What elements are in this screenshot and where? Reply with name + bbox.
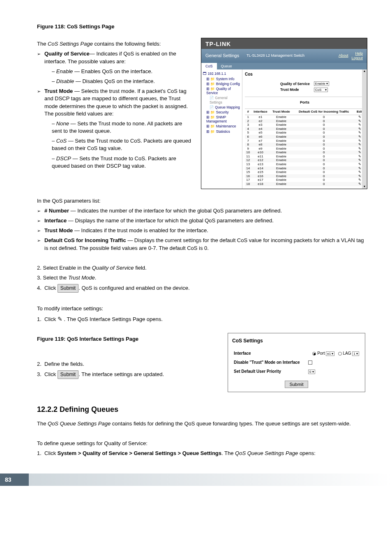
settings-submit-button[interactable]: Submit <box>285 381 308 388</box>
table-cell: Enable <box>270 115 293 119</box>
table-cell: 13 <box>245 162 251 166</box>
tree-item[interactable]: ⊞ 📁 Quality of Service <box>203 86 240 95</box>
param-item: Trust Mode — Indicates if the trust mode… <box>37 227 367 234</box>
table-cell: 18 <box>245 182 251 186</box>
table-cell: e17 <box>251 178 270 182</box>
tree-item[interactable]: ⊞ 📁 Statistics <box>203 129 240 134</box>
table-cell: e12 <box>251 158 270 162</box>
page-footer: 83 <box>0 474 392 486</box>
tree-item[interactable]: 📄 Queue Mapping <box>203 105 240 110</box>
table-cell: 14 <box>245 166 251 171</box>
param-item: Interface — Displays the name of the int… <box>37 217 367 224</box>
table-cell: 0 <box>293 115 355 119</box>
lag-select[interactable]: 1 ▾ <box>352 351 359 356</box>
section-1222-heading: 12.2.2 Defining Queues <box>37 404 367 415</box>
table-cell: e1 <box>251 115 270 119</box>
ports-header-cell: Trust Mode <box>270 109 293 115</box>
table-cell: Enable <box>270 150 293 155</box>
table-cell: e14 <box>251 166 270 171</box>
table-cell: 0 <box>293 131 355 135</box>
table-cell: Enable <box>270 178 293 182</box>
table-cell: 0 <box>293 158 355 162</box>
lag-radio[interactable] <box>338 352 342 356</box>
help-link[interactable]: Help <box>351 51 363 56</box>
sub-item: – CoS — Sets the Trust mode to CoS. Pack… <box>52 137 194 152</box>
table-cell: 15 <box>245 170 251 174</box>
trust-select[interactable]: CoS ▾ <box>314 88 328 92</box>
pencil-icon[interactable] <box>58 316 62 322</box>
param-item: # Number — Indicates the number of the i… <box>37 207 367 215</box>
app-logo: TP-LINK <box>205 41 231 47</box>
table-cell: 10 <box>245 150 251 155</box>
disable-trust-checkbox[interactable] <box>308 360 312 365</box>
submit-button-inline-2[interactable]: Submit <box>58 370 78 379</box>
table-cell: 16 <box>245 174 251 178</box>
qos-label: Quality of Service <box>279 81 311 86</box>
table-row: 11e11Enable0✎ <box>245 155 364 159</box>
table-row: 3e3Enable0✎ <box>245 123 364 127</box>
port-radio[interactable] <box>312 352 316 356</box>
header-model: TL-SL3428 L2 Management Switch <box>247 53 339 58</box>
table-row: 16e16Enable0✎ <box>245 174 364 178</box>
tab-cos[interactable]: CoS <box>201 63 217 70</box>
table-cell: Enable <box>270 155 293 159</box>
trust-label: Trust Mode <box>279 87 311 92</box>
table-cell: 0 <box>293 182 355 186</box>
tree-item[interactable]: ⊞ 📁 SNMP Management <box>203 115 240 124</box>
submit-button-inline[interactable]: Submit <box>58 284 78 293</box>
table-cell: 0 <box>293 143 355 147</box>
intro-prefix: The <box>37 41 48 47</box>
sub-item: – Enable — Enables QoS on the interface. <box>52 68 194 75</box>
logout-link[interactable]: Logout <box>351 56 363 60</box>
table-cell: Enable <box>270 170 293 174</box>
modify-step1: 1. Click . The QoS Interface Settings Pa… <box>37 315 367 323</box>
scrollbar[interactable] <box>362 69 367 188</box>
table-cell: 0 <box>293 166 355 171</box>
tree-item[interactable]: 📄 General Settings <box>203 95 240 104</box>
table-cell: Enable <box>270 131 293 135</box>
lag-label: LAG <box>343 351 351 356</box>
tree-item[interactable]: ⊞ 📁 Bridging Config <box>203 81 240 86</box>
table-cell: e13 <box>251 162 270 166</box>
tree-item[interactable]: ⊞ 📁 Maintenance <box>203 124 240 129</box>
nav-tree[interactable]: 🗔 192.168.1.1 ⊞ 📁 System Info⊞ 📁 Bridgin… <box>201 69 242 188</box>
table-row: 9e9Enable0✎ <box>245 147 364 151</box>
table-cell: e4 <box>251 127 270 131</box>
settings-interface-label: Interface <box>233 349 307 358</box>
table-cell: e3 <box>251 123 270 127</box>
tree-item[interactable]: ⊞ 📁 System Info <box>203 76 240 81</box>
tree-root[interactable]: 🗔 192.168.1.1 <box>203 71 240 76</box>
bullet-item: Trust Mode — Selects the trust mode. If … <box>37 88 194 170</box>
qos-select[interactable]: Enable ▾ <box>314 81 329 86</box>
table-cell: Enable <box>270 123 293 127</box>
table-cell: 0 <box>293 127 355 131</box>
table-cell: Enable <box>270 119 293 123</box>
fig118-intro: The CoS Settings Page contains the follo… <box>37 40 194 48</box>
table-cell: 0 <box>293 139 355 143</box>
table-cell: 11 <box>245 155 251 159</box>
intro-em: CoS Settings Page <box>48 41 93 47</box>
table-cell: 0 <box>293 135 355 139</box>
table-cell: 0 <box>293 155 355 159</box>
table-cell: 17 <box>245 178 251 182</box>
ports-header-cell: Interface <box>251 109 270 115</box>
table-cell: Enable <box>270 127 293 131</box>
table-cell: e2 <box>251 119 270 123</box>
table-row: 18e18Enable0✎ <box>245 182 364 186</box>
tree-item[interactable]: ⊞ 📁 Security <box>203 110 240 115</box>
table-row: 13e13Enable0✎ <box>245 162 364 166</box>
table-cell: e5 <box>251 131 270 135</box>
port-select[interactable]: e1 ▾ <box>326 351 334 356</box>
app-window: TP-LINK General Settings TL-SL3428 L2 Ma… <box>201 38 367 189</box>
table-cell: Enable <box>270 158 293 162</box>
table-cell: 0 <box>293 170 355 174</box>
table-cell: 4 <box>245 127 251 131</box>
tab-queue[interactable]: Queue <box>217 63 236 70</box>
table-cell: Enable <box>270 166 293 171</box>
table-cell: 1 <box>245 115 251 119</box>
priority-select[interactable]: 0 ▾ <box>308 370 315 374</box>
about-link[interactable]: About <box>339 53 348 58</box>
section-1222-step1: 1. Click System > Quality of Service > G… <box>37 450 367 457</box>
table-cell: Enable <box>270 139 293 143</box>
table-cell: 0 <box>293 123 355 127</box>
